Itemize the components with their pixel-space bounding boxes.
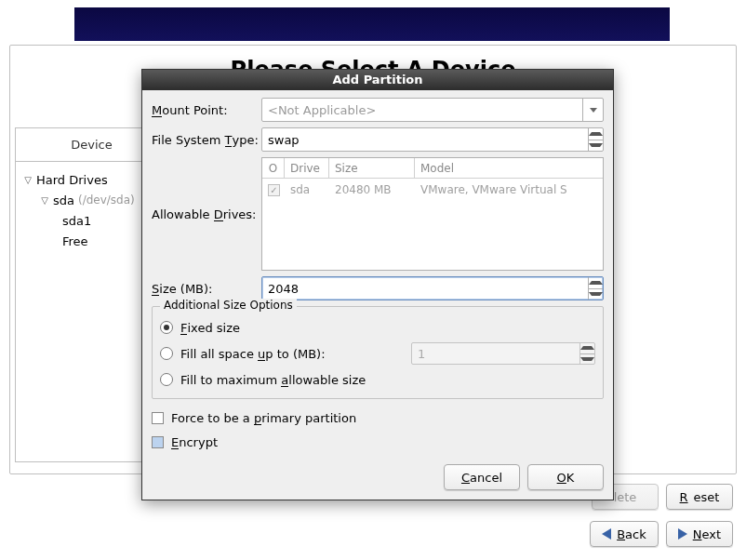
drives-table-header: O Drive Size Model <box>262 158 603 179</box>
primary-partition-checkbox[interactable]: Force to be a primary partition <box>152 407 604 429</box>
size-spin[interactable] <box>588 277 603 300</box>
drives-table-row[interactable]: ✓ sda 20480 MB VMware, VMware Virtual S <box>262 179 603 201</box>
radio-fill-max[interactable]: Fill to maximum allowable size <box>160 367 595 393</box>
radio-label: Fill all space up to (MB): <box>180 347 326 361</box>
caret-up-icon <box>589 281 603 285</box>
mount-point-select[interactable]: <Not Applicable> <box>261 98 604 122</box>
size-input[interactable] <box>261 276 604 300</box>
caret-down-icon <box>589 143 603 147</box>
radio-label: Fixed size <box>180 321 240 335</box>
arrow-left-icon <box>602 528 611 540</box>
mount-point-value: <Not Applicable> <box>262 103 582 117</box>
checkbox-label: Encrypt <box>171 435 218 449</box>
drive-name: sda <box>285 183 329 196</box>
arrow-right-icon <box>678 528 687 540</box>
caret-up-icon <box>589 132 603 136</box>
reset-button[interactable]: Reset <box>666 484 733 510</box>
radio-icon[interactable] <box>160 373 173 386</box>
mount-point-label: Mount Point: <box>152 103 261 117</box>
radio-icon[interactable] <box>160 321 173 334</box>
fs-type-select[interactable]: swap <box>261 127 604 152</box>
add-partition-dialog: Add Partition Mount Point: <Not Applicab… <box>141 69 614 500</box>
checkbox-icon[interactable] <box>152 436 164 448</box>
group-title: Additional Size Options <box>160 299 297 312</box>
size-label: Size (MB): <box>152 282 261 296</box>
fs-type-label: File System Type: <box>152 133 261 147</box>
radio-fixed-size[interactable]: Fixed size <box>160 314 595 340</box>
drive-size: 20480 MB <box>329 183 415 196</box>
size-field[interactable] <box>262 277 588 300</box>
fs-type-spin[interactable] <box>588 128 603 151</box>
back-button[interactable]: Back <box>590 521 659 547</box>
drive-model: VMware, VMware Virtual S <box>415 183 603 196</box>
radio-label: Fill to maximum allowable size <box>180 373 366 387</box>
expand-icon[interactable]: ▽ <box>23 175 33 185</box>
checkbox-icon[interactable] <box>152 412 164 424</box>
next-button[interactable]: Next <box>666 521 733 547</box>
device-path: (/dev/sda) <box>78 193 135 207</box>
tree-label: Free <box>62 234 88 248</box>
drive-checkbox[interactable]: ✓ <box>268 184 280 196</box>
fill-up-to-input: 1 <box>411 342 595 365</box>
expand-icon[interactable]: ▽ <box>40 195 49 206</box>
radio-icon[interactable] <box>160 347 173 360</box>
encrypt-checkbox[interactable]: Encrypt <box>152 431 604 453</box>
tree-label: sda <box>53 193 74 207</box>
caret-down-icon <box>589 292 603 296</box>
checkbox-label: Force to be a primary partition <box>171 411 356 425</box>
cancel-button[interactable]: Cancel <box>444 464 520 490</box>
window-header-bar <box>74 7 670 41</box>
allowable-drives-table[interactable]: O Drive Size Model ✓ sda 20480 MB VMware… <box>261 157 604 271</box>
additional-size-options: Additional Size Options Fixed size Fill … <box>152 306 604 399</box>
radio-fill-up-to[interactable]: Fill all space up to (MB): 1 <box>160 340 595 367</box>
caret-up-icon <box>580 346 594 350</box>
tree-label: Hard Drives <box>36 173 108 187</box>
fs-type-value: swap <box>262 133 588 147</box>
dialog-title[interactable]: Add Partition <box>142 70 613 90</box>
ok-button[interactable]: OK <box>527 464 604 490</box>
caret-down-icon <box>580 357 594 361</box>
allowable-drives-label: Allowable Drives: <box>152 207 261 221</box>
chevron-down-icon[interactable] <box>582 99 603 121</box>
nav-buttons: Back Next <box>590 521 733 547</box>
tree-label: sda1 <box>62 214 91 228</box>
